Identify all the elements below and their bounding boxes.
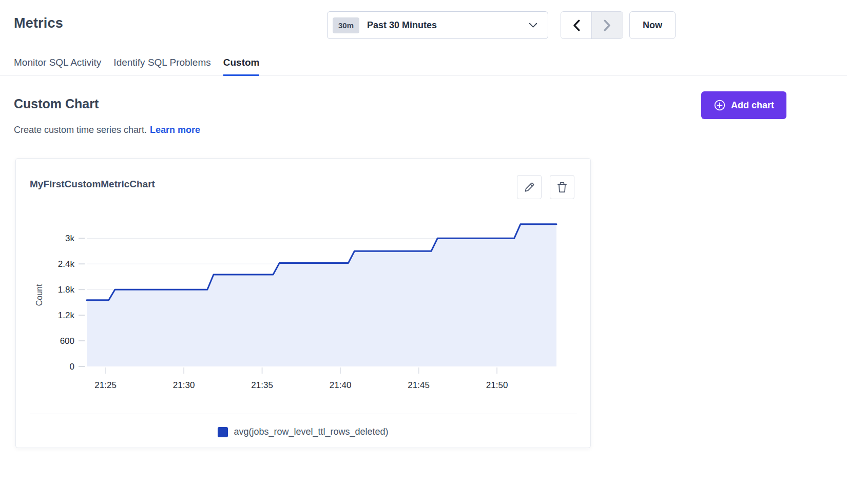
chevron-left-icon [573,20,580,31]
chart-legend: avg(jobs_row_level_ttl_rows_deleted) [16,427,590,437]
svg-text:21:40: 21:40 [330,380,352,390]
time-range-badge: 30m [333,17,359,33]
chart-card-actions [517,175,574,199]
chart-card: MyFirstCustomMetricChart 06001.2k1.8k2.4… [15,158,591,448]
tab-monitor-sql-activity[interactable]: Monitor SQL Activity [14,50,101,75]
delete-chart-button[interactable] [550,175,574,199]
tab-bar: Monitor SQL Activity Identify SQL Proble… [0,50,847,75]
page-title: Metrics [14,15,63,31]
time-pager [561,11,623,39]
svg-text:0: 0 [70,362,74,372]
learn-more-link[interactable]: Learn more [150,125,200,135]
next-time-button[interactable] [592,12,623,38]
section-heading: Custom Chart [14,96,99,111]
tab-custom[interactable]: Custom [223,50,260,75]
pencil-icon [524,182,535,193]
svg-text:3k: 3k [65,234,74,243]
metrics-page: Metrics 30m Past 30 Minutes Now Monitor … [0,0,847,504]
svg-text:1.2k: 1.2k [58,311,75,320]
chevron-down-icon [529,23,537,28]
section-description: Create custom time series chart.Learn mo… [14,125,200,135]
svg-text:Count: Count [35,284,44,306]
svg-text:21:50: 21:50 [486,380,508,390]
section-description-text: Create custom time series chart. [14,125,147,135]
chart-title: MyFirstCustomMetricChart [30,179,155,190]
trash-icon [556,181,568,193]
time-range-label: Past 30 Minutes [367,20,529,31]
edit-chart-button[interactable] [517,175,542,199]
card-divider [30,414,577,414]
svg-text:600: 600 [60,336,74,346]
plus-circle-icon [714,99,726,111]
add-chart-button[interactable]: Add chart [701,91,786,119]
svg-text:21:45: 21:45 [408,380,430,390]
legend-label: avg(jobs_row_level_ttl_rows_deleted) [234,427,388,437]
now-button[interactable]: Now [629,11,676,39]
chevron-right-icon [604,20,611,31]
add-chart-label: Add chart [731,100,774,111]
svg-text:1.8k: 1.8k [58,285,75,295]
prev-time-button[interactable] [561,12,592,38]
svg-text:21:25: 21:25 [94,380,117,390]
svg-text:21:35: 21:35 [251,380,273,390]
svg-text:2.4k: 2.4k [58,259,75,269]
svg-text:21:30: 21:30 [173,380,195,390]
metric-chart-plot: 06001.2k1.8k2.4k3k21:2521:3021:3521:4021… [30,219,578,396]
time-range-selector[interactable]: 30m Past 30 Minutes [327,11,548,39]
tab-identify-sql-problems[interactable]: Identify SQL Problems [113,50,210,75]
legend-swatch [218,427,228,437]
